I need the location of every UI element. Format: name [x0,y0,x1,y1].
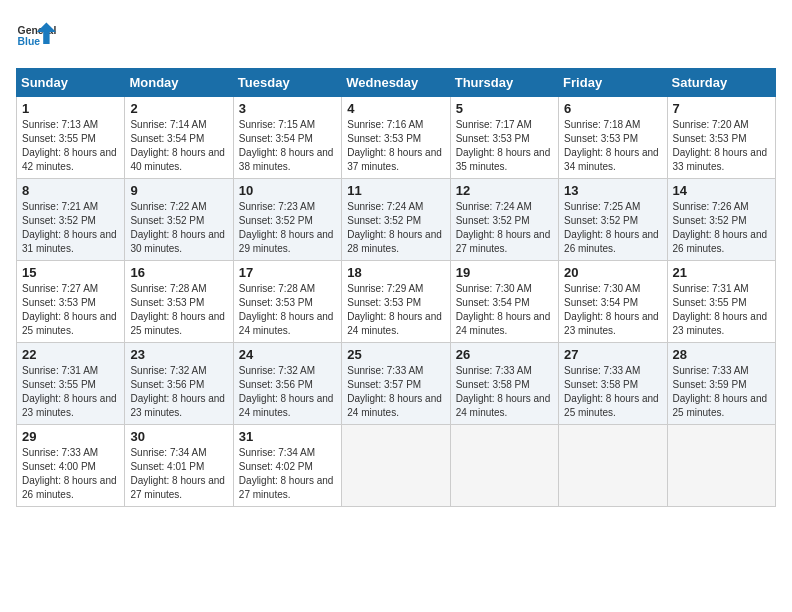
day-number: 16 [130,265,227,280]
week-row-3: 15 Sunrise: 7:27 AMSunset: 3:53 PMDaylig… [17,261,776,343]
calendar-table: SundayMondayTuesdayWednesdayThursdayFrid… [16,68,776,507]
calendar-cell: 6 Sunrise: 7:18 AMSunset: 3:53 PMDayligh… [559,97,667,179]
calendar-cell: 17 Sunrise: 7:28 AMSunset: 3:53 PMDaylig… [233,261,341,343]
day-number: 19 [456,265,553,280]
calendar-cell: 7 Sunrise: 7:20 AMSunset: 3:53 PMDayligh… [667,97,775,179]
logo-icon: General Blue [16,16,56,56]
calendar-header-row: SundayMondayTuesdayWednesdayThursdayFrid… [17,69,776,97]
day-number: 7 [673,101,770,116]
day-number: 1 [22,101,119,116]
calendar-cell: 5 Sunrise: 7:17 AMSunset: 3:53 PMDayligh… [450,97,558,179]
calendar-cell: 9 Sunrise: 7:22 AMSunset: 3:52 PMDayligh… [125,179,233,261]
calendar-cell: 1 Sunrise: 7:13 AMSunset: 3:55 PMDayligh… [17,97,125,179]
calendar-cell: 16 Sunrise: 7:28 AMSunset: 3:53 PMDaylig… [125,261,233,343]
day-info: Sunrise: 7:33 AMSunset: 3:58 PMDaylight:… [564,364,661,420]
day-number: 30 [130,429,227,444]
calendar-cell: 13 Sunrise: 7:25 AMSunset: 3:52 PMDaylig… [559,179,667,261]
calendar-cell: 20 Sunrise: 7:30 AMSunset: 3:54 PMDaylig… [559,261,667,343]
day-number: 27 [564,347,661,362]
week-row-4: 22 Sunrise: 7:31 AMSunset: 3:55 PMDaylig… [17,343,776,425]
day-number: 13 [564,183,661,198]
day-number: 8 [22,183,119,198]
calendar-cell [667,425,775,507]
col-header-wednesday: Wednesday [342,69,450,97]
calendar-cell: 4 Sunrise: 7:16 AMSunset: 3:53 PMDayligh… [342,97,450,179]
day-info: Sunrise: 7:34 AMSunset: 4:02 PMDaylight:… [239,446,336,502]
calendar-cell: 24 Sunrise: 7:32 AMSunset: 3:56 PMDaylig… [233,343,341,425]
day-info: Sunrise: 7:24 AMSunset: 3:52 PMDaylight:… [456,200,553,256]
col-header-tuesday: Tuesday [233,69,341,97]
day-info: Sunrise: 7:14 AMSunset: 3:54 PMDaylight:… [130,118,227,174]
day-info: Sunrise: 7:27 AMSunset: 3:53 PMDaylight:… [22,282,119,338]
calendar-cell: 25 Sunrise: 7:33 AMSunset: 3:57 PMDaylig… [342,343,450,425]
day-info: Sunrise: 7:30 AMSunset: 3:54 PMDaylight:… [564,282,661,338]
day-info: Sunrise: 7:33 AMSunset: 4:00 PMDaylight:… [22,446,119,502]
day-info: Sunrise: 7:33 AMSunset: 3:58 PMDaylight:… [456,364,553,420]
day-number: 10 [239,183,336,198]
day-info: Sunrise: 7:13 AMSunset: 3:55 PMDaylight:… [22,118,119,174]
calendar-cell: 26 Sunrise: 7:33 AMSunset: 3:58 PMDaylig… [450,343,558,425]
week-row-5: 29 Sunrise: 7:33 AMSunset: 4:00 PMDaylig… [17,425,776,507]
day-info: Sunrise: 7:31 AMSunset: 3:55 PMDaylight:… [22,364,119,420]
day-number: 29 [22,429,119,444]
calendar-cell: 14 Sunrise: 7:26 AMSunset: 3:52 PMDaylig… [667,179,775,261]
col-header-friday: Friday [559,69,667,97]
calendar-cell: 30 Sunrise: 7:34 AMSunset: 4:01 PMDaylig… [125,425,233,507]
day-info: Sunrise: 7:32 AMSunset: 3:56 PMDaylight:… [130,364,227,420]
day-number: 14 [673,183,770,198]
day-info: Sunrise: 7:16 AMSunset: 3:53 PMDaylight:… [347,118,444,174]
day-info: Sunrise: 7:29 AMSunset: 3:53 PMDaylight:… [347,282,444,338]
day-number: 9 [130,183,227,198]
day-info: Sunrise: 7:22 AMSunset: 3:52 PMDaylight:… [130,200,227,256]
day-info: Sunrise: 7:33 AMSunset: 3:57 PMDaylight:… [347,364,444,420]
day-info: Sunrise: 7:17 AMSunset: 3:53 PMDaylight:… [456,118,553,174]
day-number: 25 [347,347,444,362]
calendar-cell: 27 Sunrise: 7:33 AMSunset: 3:58 PMDaylig… [559,343,667,425]
calendar-cell: 18 Sunrise: 7:29 AMSunset: 3:53 PMDaylig… [342,261,450,343]
day-number: 12 [456,183,553,198]
logo: General Blue [16,16,62,56]
calendar-cell: 21 Sunrise: 7:31 AMSunset: 3:55 PMDaylig… [667,261,775,343]
calendar-cell: 29 Sunrise: 7:33 AMSunset: 4:00 PMDaylig… [17,425,125,507]
calendar-cell: 3 Sunrise: 7:15 AMSunset: 3:54 PMDayligh… [233,97,341,179]
calendar-cell: 28 Sunrise: 7:33 AMSunset: 3:59 PMDaylig… [667,343,775,425]
day-number: 15 [22,265,119,280]
day-info: Sunrise: 7:30 AMSunset: 3:54 PMDaylight:… [456,282,553,338]
day-number: 17 [239,265,336,280]
day-info: Sunrise: 7:23 AMSunset: 3:52 PMDaylight:… [239,200,336,256]
calendar-cell: 19 Sunrise: 7:30 AMSunset: 3:54 PMDaylig… [450,261,558,343]
day-info: Sunrise: 7:28 AMSunset: 3:53 PMDaylight:… [239,282,336,338]
week-row-2: 8 Sunrise: 7:21 AMSunset: 3:52 PMDayligh… [17,179,776,261]
day-info: Sunrise: 7:21 AMSunset: 3:52 PMDaylight:… [22,200,119,256]
day-info: Sunrise: 7:24 AMSunset: 3:52 PMDaylight:… [347,200,444,256]
calendar-cell [450,425,558,507]
calendar-cell: 10 Sunrise: 7:23 AMSunset: 3:52 PMDaylig… [233,179,341,261]
day-info: Sunrise: 7:25 AMSunset: 3:52 PMDaylight:… [564,200,661,256]
calendar-cell: 23 Sunrise: 7:32 AMSunset: 3:56 PMDaylig… [125,343,233,425]
day-number: 6 [564,101,661,116]
calendar-cell: 2 Sunrise: 7:14 AMSunset: 3:54 PMDayligh… [125,97,233,179]
day-number: 23 [130,347,227,362]
day-info: Sunrise: 7:33 AMSunset: 3:59 PMDaylight:… [673,364,770,420]
calendar-cell: 11 Sunrise: 7:24 AMSunset: 3:52 PMDaylig… [342,179,450,261]
week-row-1: 1 Sunrise: 7:13 AMSunset: 3:55 PMDayligh… [17,97,776,179]
page-header: General Blue [16,16,776,56]
calendar-cell: 22 Sunrise: 7:31 AMSunset: 3:55 PMDaylig… [17,343,125,425]
day-number: 28 [673,347,770,362]
day-number: 31 [239,429,336,444]
day-number: 3 [239,101,336,116]
calendar-cell: 12 Sunrise: 7:24 AMSunset: 3:52 PMDaylig… [450,179,558,261]
day-info: Sunrise: 7:20 AMSunset: 3:53 PMDaylight:… [673,118,770,174]
col-header-saturday: Saturday [667,69,775,97]
day-number: 18 [347,265,444,280]
day-info: Sunrise: 7:28 AMSunset: 3:53 PMDaylight:… [130,282,227,338]
day-number: 26 [456,347,553,362]
day-number: 20 [564,265,661,280]
day-number: 21 [673,265,770,280]
svg-text:Blue: Blue [18,36,41,47]
day-info: Sunrise: 7:32 AMSunset: 3:56 PMDaylight:… [239,364,336,420]
calendar-cell [342,425,450,507]
col-header-thursday: Thursday [450,69,558,97]
day-info: Sunrise: 7:18 AMSunset: 3:53 PMDaylight:… [564,118,661,174]
calendar-cell: 31 Sunrise: 7:34 AMSunset: 4:02 PMDaylig… [233,425,341,507]
